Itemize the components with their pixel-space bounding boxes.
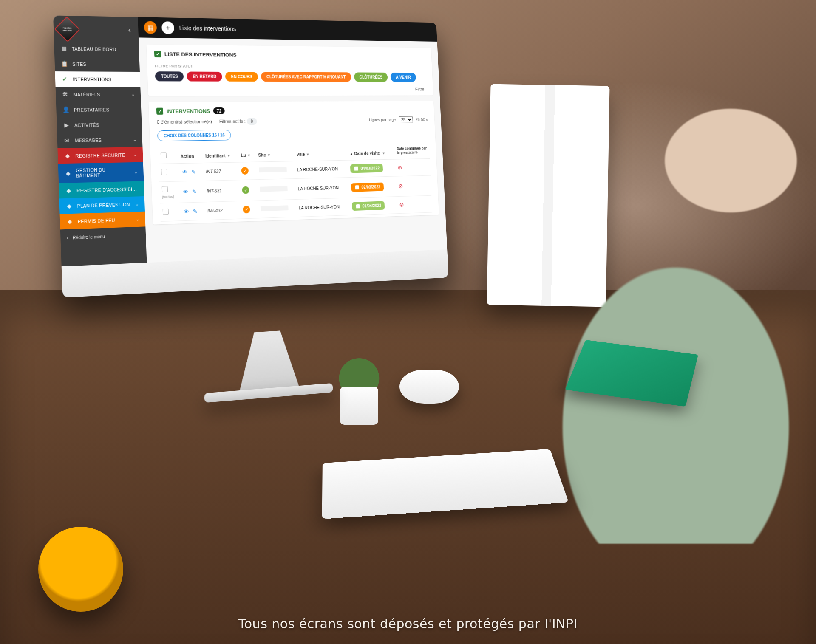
collapse-sidebar-button[interactable]: ‹ (125, 25, 134, 36)
col-date-conf[interactable]: Date confirmée par le prestataire (394, 142, 430, 159)
check-icon: ✓ (154, 51, 161, 57)
date-visite-pill[interactable]: 01/04/2022 (352, 201, 385, 211)
inpi-banner: Tous nos écrans sont déposés et protégés… (0, 616, 816, 631)
sidebar: registre sécurité ‹ ▦TABLEAU DE BORD📋SIT… (53, 15, 147, 266)
edit-icon[interactable]: ✎ (191, 207, 199, 215)
sidebar-item-prestataires[interactable]: 👤PRESTATAIRES (56, 102, 142, 118)
edit-icon[interactable]: ✎ (190, 168, 197, 176)
nav-icon: ◆ (64, 153, 71, 159)
sidebar-item-label: PRESTATAIRES (74, 107, 109, 113)
col-lu[interactable]: Lu▼ (238, 145, 256, 162)
col-date-visite[interactable]: ▲ Date de visite ▼ (347, 143, 395, 160)
row-identifiant: INT-531 (207, 188, 222, 194)
row-site-placeholder (261, 206, 289, 212)
imac-mockup: registre sécurité ‹ ▦TABLEAU DE BORD📋SIT… (53, 15, 451, 351)
app-logo: registre sécurité (54, 16, 80, 42)
nav-icon: 📋 (61, 60, 68, 67)
sidebar-item-label: PERMIS DE FEU (78, 217, 115, 224)
column-choice-button[interactable]: CHOIX DES COLONNES 16 / 16 (157, 130, 231, 141)
row-site-placeholder (260, 186, 288, 192)
view-icon[interactable]: 👁 (181, 168, 189, 176)
filter-panel: ✓ LISTE DES INTERVENTIONS FILTRE PAR STA… (146, 45, 433, 96)
sidebar-item-label: PLAN DE PRÉVENTION (77, 202, 130, 209)
rows-per-page-label: Lignes par page (369, 118, 396, 122)
not-confirmed-icon: ⊘ (397, 164, 402, 171)
chip-cloturees-rapport[interactable]: CLÔTURÉES AVEC RAPPORT MANQUANT (261, 72, 351, 82)
edit-icon[interactable]: ✎ (190, 188, 198, 196)
date-visite-pill[interactable]: 04/03/2022 (350, 164, 383, 173)
sidebar-item-tableau-de-bord[interactable]: ▦TABLEAU DE BORD (54, 41, 139, 57)
rows-per-page-select[interactable]: 25 (399, 116, 413, 123)
main-area: ▦ ＋ Liste des interventions ✓ LISTE DES … (138, 17, 447, 263)
chip-en-cours[interactable]: EN COURS (225, 72, 258, 82)
reduce-menu-button[interactable]: ‹ Réduire le menu (60, 226, 146, 247)
chevron-down-icon: ⌄ (136, 217, 139, 222)
filter-button[interactable]: Filtre (413, 85, 426, 93)
sidebar-item-label: SITES (72, 61, 86, 67)
view-icon[interactable]: 👁 (182, 208, 190, 216)
col-action[interactable]: Action (178, 146, 203, 163)
nav-icon: ✉ (63, 137, 71, 144)
sort-icon: ▼ (227, 154, 231, 158)
calendar-icon (354, 185, 359, 190)
sidebar-item-label: GESTION DU BÂTIMENT (76, 167, 130, 178)
sidebar-item-label: MATÉRIELS (73, 92, 100, 97)
sort-icon: ▼ (247, 153, 251, 158)
nav-icon: 👤 (62, 107, 70, 113)
sidebar-item-mat-riels[interactable]: 🛠MATÉRIELS⌄ (56, 87, 141, 102)
add-button[interactable]: ＋ (162, 21, 175, 34)
chip-en-retard[interactable]: EN RETARD (187, 72, 222, 82)
chip-cloturees[interactable]: CLÔTURÉES (354, 72, 388, 82)
reduce-menu-label: Réduire le menu (73, 234, 105, 240)
chip-a-venir[interactable]: À VENIR (391, 73, 416, 82)
view-icon[interactable]: 👁 (181, 188, 189, 196)
chevron-down-icon: ⌄ (134, 169, 138, 174)
row-ville: LA ROCHE-SUR-YON (295, 160, 348, 178)
nav-icon: ◆ (65, 187, 72, 194)
sidebar-item-label: REGISTRE D'ACCESSIBI… (76, 186, 137, 193)
interventions-table: Action Identifiant▼ Lu▼ Site▼ Ville▼ ▲ D… (158, 142, 432, 221)
col-site[interactable]: Site▼ (255, 144, 295, 162)
sidebar-item-sites[interactable]: 📋SITES (54, 56, 140, 72)
page-range-label: 26-50 s (416, 117, 428, 122)
date-visite-pill[interactable]: 02/03/2022 (351, 182, 384, 192)
row-checkbox[interactable] (161, 169, 167, 175)
nav-icon: ◆ (66, 218, 74, 225)
mouse-prop (400, 370, 459, 404)
sidebar-item-messages[interactable]: ✉MESSAGES⌄ (57, 132, 142, 148)
sidebar-item-interventions[interactable]: ✔INTERVENTIONS (55, 71, 140, 87)
nav-icon: ✔ (61, 76, 68, 82)
row-checkbox[interactable] (163, 209, 169, 215)
chevron-down-icon: ⌄ (135, 202, 139, 206)
row-ville: LA ROCHE-SUR-YON (295, 177, 349, 199)
grid-view-button[interactable]: ▦ (144, 21, 157, 34)
sidebar-item-registre-s-curit[interactable]: ◆REGISTRE SÉCURITÉ⌄ (57, 147, 143, 164)
chip-toutes[interactable]: TOUTES (155, 71, 184, 81)
not-confirmed-icon: ⊘ (398, 183, 403, 189)
sidebar-item-registre-d-accessibi[interactable]: ◆REGISTRE D'ACCESSIBI… (59, 181, 144, 198)
sidebar-item-permis-de-feu[interactable]: ◆PERMIS DE FEU⌄ (60, 212, 146, 230)
interventions-count-badge: 72 (213, 107, 225, 114)
sidebar-item-gestion-du-b-timent[interactable]: ◆GESTION DU BÂTIMENT⌄ (58, 162, 144, 183)
check-icon: ✓ (156, 108, 163, 115)
sort-icon: ▼ (267, 153, 271, 157)
row-identifiant: INT-527 (206, 169, 221, 174)
interventions-panel: ✓ INTERVENTIONS 72 0 élément(s) sélectio… (148, 101, 439, 225)
select-all-checkbox[interactable] (161, 152, 167, 158)
row-ville: LA ROCHE-SUR-YON (296, 198, 350, 217)
row-checkbox[interactable] (162, 186, 168, 192)
content-scroll[interactable]: ✓ LISTE DES INTERVENTIONS FILTRE PAR STA… (139, 37, 447, 263)
sidebar-item-activit-s[interactable]: ▶ACTIVITÉS (57, 117, 142, 133)
sidebar-item-label: TABLEAU DE BORD (72, 46, 116, 51)
calendar-icon (354, 166, 358, 171)
sidebar-item-label: REGISTRE SÉCURITÉ (75, 152, 125, 158)
sort-icon: ▼ (306, 153, 310, 157)
app-root: registre sécurité ‹ ▦TABLEAU DE BORD📋SIT… (53, 15, 447, 266)
interventions-title: INTERVENTIONS (167, 108, 210, 115)
col-ville[interactable]: Ville▼ (294, 144, 348, 161)
nav-icon: ◆ (65, 203, 73, 209)
sidebar-item-label: ACTIVITÉS (74, 122, 99, 128)
nav-icon: ◆ (65, 170, 72, 177)
col-identifiant[interactable]: Identifiant▼ (202, 145, 238, 163)
chevron-down-icon: ⌄ (131, 92, 135, 96)
